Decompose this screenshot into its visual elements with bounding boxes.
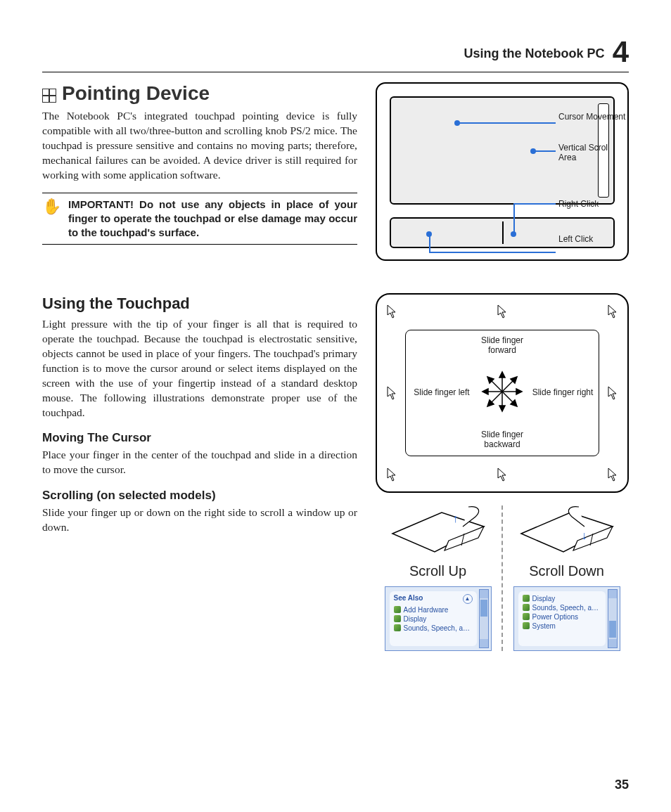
callout-line xyxy=(513,203,515,234)
xp-item: Display xyxy=(394,614,473,624)
intro-paragraph: The Notebook PC's integrated touchpad po… xyxy=(42,109,357,183)
svg-marker-5 xyxy=(483,389,488,394)
arrow-down-icon: ↓ xyxy=(582,529,587,542)
xp-item: Sounds, Speech, and Audio Devices xyxy=(394,624,473,633)
label-left-click: Left Click xyxy=(558,234,593,244)
callout-line xyxy=(429,233,430,252)
xp-item: Sounds, Speech, and Audio Devices xyxy=(523,603,601,612)
header-rule xyxy=(42,72,629,72)
collapse-icon: ▲ xyxy=(463,594,473,604)
section-name: Using the Notebook PC xyxy=(464,46,605,60)
important-note: ✋ IMPORTANT! Do not use any objects in p… xyxy=(42,193,357,245)
cursor-icon xyxy=(608,386,618,400)
callout-line xyxy=(457,122,556,124)
scroll-down-button xyxy=(608,639,617,647)
running-header: Using the Notebook PC 4 xyxy=(42,35,629,69)
scroll-illustration: ↑ Scroll Up See Also▲ Add Hardware Displ… xyxy=(376,505,629,651)
label-backward: Slide finger backward xyxy=(471,430,534,450)
xp-item: Power Options xyxy=(523,612,601,621)
label-left: Slide finger left xyxy=(410,388,473,398)
cursor-icon xyxy=(387,304,397,318)
direction-arrows-icon xyxy=(481,370,523,415)
xp-panel-right: Display Sounds, Speech, and Audio Device… xyxy=(513,586,620,651)
touchpad-diagram: Cursor Movement Vertical Scroll Area Rig… xyxy=(376,82,629,261)
xp-panel-left: See Also▲ Add Hardware Display Sounds, S… xyxy=(385,586,492,651)
arrow-up-icon: ↑ xyxy=(453,513,459,525)
label-forward: Slide finger forward xyxy=(471,336,534,356)
moving-body: Place your finger in the center of the t… xyxy=(42,448,357,477)
cursor-icon xyxy=(497,468,507,482)
scroll-thumb xyxy=(609,621,616,638)
important-text: IMPORTANT! Do not use any objects in pla… xyxy=(68,198,357,240)
label-right-click: Right Click xyxy=(558,199,599,209)
using-body: Light pressure with the tip of your fing… xyxy=(42,317,357,420)
hand-icon: ✋ xyxy=(42,198,61,240)
divider xyxy=(501,505,503,651)
cursor-icon xyxy=(387,468,397,482)
scrolling-body: Slide your finger up or down on the righ… xyxy=(42,505,357,535)
callout-line xyxy=(429,252,556,253)
scrollbar xyxy=(479,589,489,648)
xp-item: System xyxy=(523,621,601,631)
direction-diagram: Slide finger forward Slide finger backwa… xyxy=(376,293,629,493)
using-heading: Using the Touchpad xyxy=(42,295,357,313)
callout-line xyxy=(513,203,556,205)
svg-marker-1 xyxy=(499,372,505,378)
page-title: Pointing Device xyxy=(62,82,210,105)
scroll-up-button xyxy=(480,590,488,598)
scroll-thumb xyxy=(480,600,487,617)
scroll-down-button xyxy=(480,639,488,647)
xp-item: Display xyxy=(523,594,601,603)
scrollbar xyxy=(608,589,618,648)
label-right: Slide finger right xyxy=(531,388,594,398)
cursor-icon xyxy=(387,386,397,400)
xp-item: Add Hardware xyxy=(394,605,473,614)
page-number: 35 xyxy=(615,778,629,792)
direction-inner: Slide finger forward Slide finger backwa… xyxy=(405,330,599,456)
chapter-number: 4 xyxy=(613,35,629,68)
label-vertical-scroll: Vertical Scroll Area xyxy=(558,143,622,163)
touchpad-mini-up: ↑ xyxy=(385,505,491,559)
scrolling-heading: Scrolling (on selected models) xyxy=(42,489,357,503)
label-cursor-movement: Cursor Movement xyxy=(558,112,625,122)
cursor-icon xyxy=(608,304,618,318)
scroll-up-label: Scroll Up xyxy=(376,563,500,579)
xp-header: See Also xyxy=(394,594,423,604)
callout-line xyxy=(533,150,556,152)
cursor-icon xyxy=(497,304,507,318)
cursor-icon xyxy=(608,468,618,482)
scroll-up-button xyxy=(608,590,617,598)
moving-heading: Moving The Cursor xyxy=(42,431,357,445)
section-icon xyxy=(42,89,56,103)
touchpad-mini-down: ↓ xyxy=(514,505,620,559)
svg-marker-3 xyxy=(499,406,505,411)
scroll-down-label: Scroll Down xyxy=(504,563,629,579)
svg-marker-7 xyxy=(516,389,522,394)
